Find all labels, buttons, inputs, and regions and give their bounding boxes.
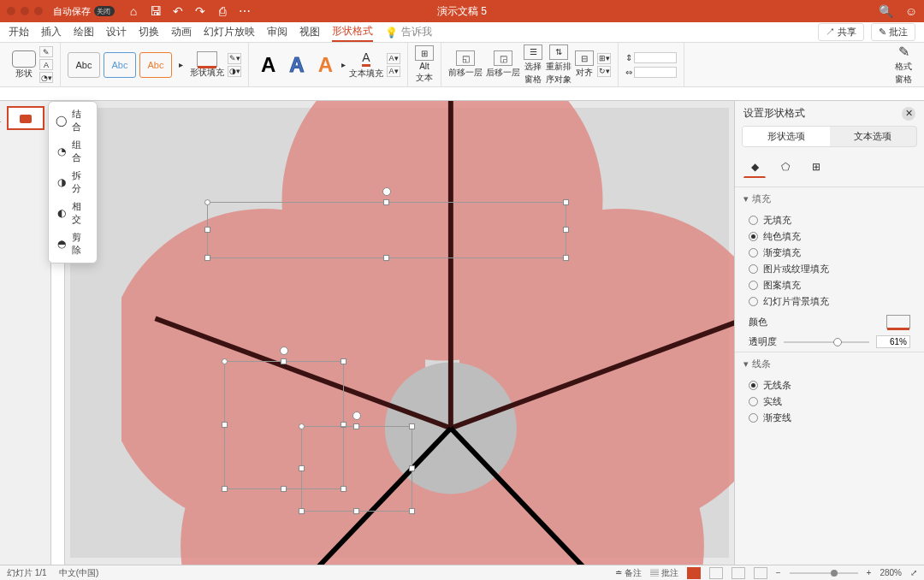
horizontal-ruler[interactable] xyxy=(0,87,924,101)
text-effects-button[interactable]: A▾ xyxy=(387,66,400,77)
edit-shape-button[interactable]: ✎ xyxy=(39,46,53,57)
text-outline-button[interactable]: A▾ xyxy=(387,53,400,64)
comments-status-button[interactable]: ▤ 批注 xyxy=(650,567,678,579)
window-controls[interactable] xyxy=(7,7,43,15)
insert-shape-button[interactable]: 形状 xyxy=(12,50,36,80)
shape-style-1[interactable]: Abc xyxy=(68,52,100,78)
tab-shape-format[interactable]: 形状格式 xyxy=(332,22,373,42)
minimize-window-icon[interactable] xyxy=(21,7,29,15)
close-window-icon[interactable] xyxy=(7,7,15,15)
wordart-style-3[interactable]: A xyxy=(313,53,338,77)
tab-transitions[interactable]: 切换 xyxy=(139,23,159,41)
size-tab-icon[interactable]: ⊞ xyxy=(805,156,827,178)
shape-fill-button[interactable]: 形状填充 xyxy=(190,51,224,79)
reading-view-icon[interactable] xyxy=(732,567,745,579)
tab-view[interactable]: 视图 xyxy=(299,23,320,41)
shape-outline-button[interactable]: ✎▾ xyxy=(228,53,241,64)
fill-line-tab-icon[interactable]: ◆ xyxy=(743,156,766,178)
merge-intersect[interactable]: ◐相交 xyxy=(49,198,97,228)
account-icon[interactable]: ☺ xyxy=(905,4,917,18)
sorter-view-icon[interactable] xyxy=(709,567,723,579)
language-status[interactable]: 中文(中国) xyxy=(59,567,99,579)
home-icon[interactable]: ⌂ xyxy=(127,4,140,18)
shape-style-3[interactable]: Abc xyxy=(139,52,172,78)
line-option-solid[interactable]: 实线 xyxy=(749,394,910,410)
rotate-button[interactable]: ↻▾ xyxy=(597,66,611,77)
pane-tab-shape-options[interactable]: 形状选项 xyxy=(743,127,830,146)
group-button[interactable]: ⊞▾ xyxy=(597,53,611,64)
selection-box[interactable] xyxy=(207,202,566,258)
reorder-button[interactable]: ⇅重新排序对象 xyxy=(546,44,572,86)
autosave-toggle[interactable]: 自动保存 关闭 xyxy=(53,5,115,18)
redo-icon[interactable]: ↷ xyxy=(193,4,207,18)
tab-insert[interactable]: 插入 xyxy=(41,23,62,41)
normal-view-icon[interactable] xyxy=(687,567,701,579)
zoom-out-icon[interactable]: − xyxy=(776,568,781,577)
slideshow-view-icon[interactable] xyxy=(754,567,767,579)
fit-to-window-icon[interactable]: ⤢ xyxy=(910,568,917,577)
merge-union[interactable]: ◯结合 xyxy=(49,105,97,136)
fill-option-none[interactable]: 无填充 xyxy=(749,212,910,228)
save-icon[interactable]: 🖫 xyxy=(149,4,163,18)
text-box-button[interactable]: A xyxy=(39,59,53,70)
fill-option-picture[interactable]: 图片或纹理填充 xyxy=(749,261,910,277)
width-input[interactable] xyxy=(634,67,677,78)
send-backward-button[interactable]: ◲后移一层 xyxy=(486,50,520,79)
tab-review[interactable]: 审阅 xyxy=(267,23,287,41)
zoom-level[interactable]: 280% xyxy=(880,568,902,577)
tab-home[interactable]: 开始 xyxy=(9,23,29,41)
merge-fragment[interactable]: ◑拆分 xyxy=(49,167,97,198)
share-button[interactable]: ↗ 共享 xyxy=(818,23,864,41)
fill-option-slide-bg[interactable]: 幻灯片背景填充 xyxy=(749,293,910,310)
pane-tab-text-options[interactable]: 文本选项 xyxy=(830,127,917,146)
transparency-slider[interactable] xyxy=(784,341,869,343)
toggle-off-icon[interactable]: 关闭 xyxy=(94,6,115,16)
tab-design[interactable]: 设计 xyxy=(106,23,127,41)
rotate-handle-icon[interactable] xyxy=(280,346,288,355)
zoom-slider[interactable] xyxy=(790,572,858,574)
alt-text-button[interactable]: ⊞ Alt 文本 xyxy=(415,45,434,84)
slide-canvas[interactable] xyxy=(65,101,734,565)
fill-section-header[interactable]: ▾ 填充 xyxy=(735,187,924,210)
selection-pane-button[interactable]: ☰选择窗格 xyxy=(524,44,542,86)
undo-icon[interactable]: ↶ xyxy=(171,4,185,18)
transparency-input[interactable] xyxy=(876,335,910,348)
tab-draw[interactable]: 绘图 xyxy=(74,23,94,41)
more-icon[interactable]: ⋯ xyxy=(238,4,252,18)
fill-option-gradient[interactable]: 渐变填充 xyxy=(749,245,910,261)
tab-animations[interactable]: 动画 xyxy=(171,23,192,41)
slide[interactable] xyxy=(70,108,729,558)
style-gallery-more-icon[interactable]: ▸ xyxy=(175,60,187,69)
print-icon[interactable]: ⎙ xyxy=(216,4,229,18)
merge-shapes-button[interactable]: ◔▾ xyxy=(39,72,53,83)
align-button[interactable]: ⊟对齐 xyxy=(575,50,594,79)
rotate-handle-icon[interactable] xyxy=(352,411,361,420)
color-picker-button[interactable] xyxy=(886,315,910,328)
line-option-none[interactable]: 无线条 xyxy=(749,377,910,394)
fill-option-solid[interactable]: 纯色填充 xyxy=(749,228,910,245)
wordart-style-2[interactable]: A xyxy=(284,53,309,77)
comments-button[interactable]: ✎ 批注 xyxy=(871,23,915,41)
slide-counter[interactable]: 幻灯片 1/1 xyxy=(7,567,47,579)
merge-subtract[interactable]: ◓剪除 xyxy=(49,228,97,259)
zoom-window-icon[interactable] xyxy=(34,7,43,15)
tab-slideshow[interactable]: 幻灯片放映 xyxy=(204,23,255,41)
height-input[interactable] xyxy=(634,52,677,63)
zoom-in-icon[interactable]: + xyxy=(867,568,872,577)
notes-button[interactable]: ≐ 备注 xyxy=(615,567,642,579)
bring-forward-button[interactable]: ◱前移一层 xyxy=(448,50,483,79)
line-section-header[interactable]: ▾ 线条 xyxy=(735,352,924,376)
effects-tab-icon[interactable]: ⬠ xyxy=(774,156,797,178)
tell-me[interactable]: 💡告诉我 xyxy=(385,25,432,39)
text-fill-button[interactable]: A 文本填充 xyxy=(349,50,383,80)
merge-combine[interactable]: ◔组合 xyxy=(49,136,97,167)
flower-shape[interactable] xyxy=(121,101,734,565)
format-pane-button[interactable]: ✎ 格式窗格 xyxy=(895,44,912,86)
rotate-handle-icon[interactable] xyxy=(382,187,391,196)
selection-box[interactable] xyxy=(301,426,412,512)
line-option-gradient[interactable]: 渐变线 xyxy=(749,410,910,426)
shape-effects-button[interactable]: ◑▾ xyxy=(228,66,241,77)
search-icon[interactable]: 🔍 xyxy=(879,4,893,18)
fill-option-pattern[interactable]: 图案填充 xyxy=(749,277,910,293)
close-pane-icon[interactable]: ✕ xyxy=(902,107,915,121)
